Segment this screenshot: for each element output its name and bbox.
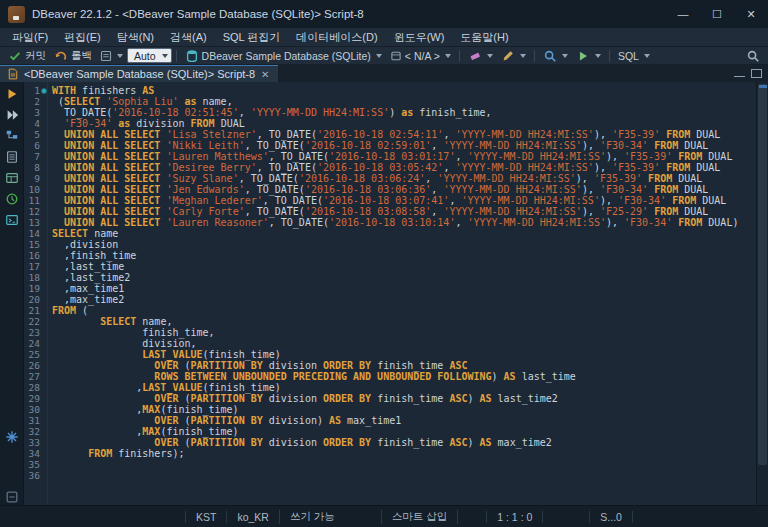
line-number[interactable]: 1	[24, 85, 47, 96]
code-line[interactable]: ,MAX(finish_time)	[52, 426, 756, 437]
code-line[interactable]: LAST_VALUE(finish_time)	[52, 349, 756, 360]
maximize-view-icon[interactable]	[751, 69, 762, 78]
line-number[interactable]: 14	[24, 228, 47, 239]
code-line[interactable]: (SELECT 'Sophia Liu' as name,	[52, 96, 756, 107]
code-line[interactable]: ,last_time	[52, 261, 756, 272]
code-line[interactable]: SELECT name,	[52, 316, 756, 327]
code-line[interactable]: FROM finishers);	[52, 448, 756, 459]
edit-value-button[interactable]	[497, 48, 530, 64]
line-number[interactable]: 31	[24, 415, 47, 426]
line-number[interactable]: 4	[24, 118, 47, 129]
code-line[interactable]: ROWS BETWEEN UNBOUNDED PRECEDING AND UNB…	[52, 371, 756, 382]
maximize-button[interactable]: ☐	[700, 0, 734, 28]
code-line[interactable]: OVER (PARTITION BY division ORDER BY fin…	[52, 393, 756, 404]
menu-file[interactable]: 파일(F)	[4, 29, 56, 46]
code-line[interactable]: UNION ALL SELECT 'Lauren Reasoner', TO_D…	[52, 217, 756, 228]
line-number[interactable]: 26	[24, 360, 47, 371]
line-number[interactable]: 27	[24, 371, 47, 382]
line-number[interactable]: 8	[24, 162, 47, 173]
code-line[interactable]: ,max_time2	[52, 294, 756, 305]
server-output-icon[interactable]	[4, 489, 20, 505]
status-insert-mode[interactable]: 스마트 삽입	[381, 510, 458, 524]
code-lines[interactable]: WITH finishers AS (SELECT 'Sophia Liu' a…	[48, 82, 756, 505]
rollback-button[interactable]: 롤백	[50, 48, 96, 64]
menu-window[interactable]: 윈도우(W)	[386, 29, 453, 46]
line-number[interactable]: 7	[24, 151, 47, 162]
code-line[interactable]: UNION ALL SELECT 'Nikki Leith', TO_DATE(…	[52, 140, 756, 151]
code-line[interactable]: FROM (	[52, 305, 756, 316]
background-tasks-icon[interactable]	[4, 429, 20, 445]
output-console-icon[interactable]	[4, 212, 20, 228]
line-number[interactable]: 13	[24, 217, 47, 228]
toolbar-search-button[interactable]	[742, 48, 764, 64]
code-line[interactable]: SELECT name	[52, 228, 756, 239]
line-number[interactable]: 25	[24, 349, 47, 360]
line-number[interactable]: 17	[24, 261, 47, 272]
line-number[interactable]: 22	[24, 316, 47, 327]
sql-mode-dropdown[interactable]: SQL	[614, 48, 654, 64]
execute-button[interactable]	[572, 48, 605, 64]
menu-edit[interactable]: 편집(E)	[56, 29, 109, 46]
code-line[interactable]: ,max_time1	[52, 283, 756, 294]
vertical-scrollbar[interactable]	[756, 82, 768, 505]
line-number[interactable]: 18	[24, 272, 47, 283]
line-number[interactable]: 9	[24, 173, 47, 184]
code-line[interactable]: ,division	[52, 239, 756, 250]
code-line[interactable]: UNION ALL SELECT 'Lauren Matthews', TO_D…	[52, 151, 756, 162]
code-line[interactable]: WITH finishers AS	[52, 85, 756, 96]
line-number[interactable]: 29	[24, 393, 47, 404]
code-line[interactable]: division,	[52, 338, 756, 349]
line-number[interactable]: 16	[24, 250, 47, 261]
minimize-view-icon[interactable]	[734, 76, 745, 77]
code-line[interactable]: UNION ALL SELECT 'Lisa Stelzner', TO_DAT…	[52, 129, 756, 140]
line-number[interactable]: 20	[24, 294, 47, 305]
line-number[interactable]: 19	[24, 283, 47, 294]
line-number[interactable]: 11	[24, 195, 47, 206]
line-number[interactable]: 23	[24, 327, 47, 338]
code-line[interactable]: ,LAST_VALUE(finish_time)	[52, 382, 756, 393]
line-number[interactable]: 12	[24, 206, 47, 217]
sql-assist-button[interactable]	[539, 48, 572, 64]
line-number[interactable]: 5	[24, 129, 47, 140]
menu-help[interactable]: 도움말(H)	[452, 29, 516, 46]
line-number[interactable]: 6	[24, 140, 47, 151]
commit-button[interactable]: 커밋	[4, 48, 50, 64]
open-query-log-icon[interactable]	[4, 191, 20, 207]
status-caret-position[interactable]: 1 : 1 : 0	[486, 511, 543, 523]
line-number[interactable]: 32	[24, 426, 47, 437]
close-button[interactable]: ✕	[734, 0, 768, 28]
clear-button[interactable]	[464, 48, 497, 64]
menu-database[interactable]: 데이터베이스(D)	[288, 29, 385, 46]
code-line[interactable]: OVER (PARTITION BY division ORDER BY fin…	[52, 437, 756, 448]
code-line[interactable]: TO_DATE('2016-10-18 02:51:45', 'YYYY-MM-…	[52, 107, 756, 118]
scrollbar-thumb[interactable]	[758, 84, 767, 465]
line-number[interactable]: 35	[24, 459, 47, 470]
status-write-mode[interactable]: 쓰기 가능	[279, 510, 345, 524]
menu-navigate[interactable]: 탐색(N)	[109, 29, 162, 46]
menu-search[interactable]: 검색(A)	[162, 29, 215, 46]
code-line[interactable]: ,finish_time	[52, 250, 756, 261]
execute-statement-icon[interactable]	[4, 86, 20, 102]
code-line[interactable]: UNION ALL SELECT 'Carly Forte', TO_DATE(…	[52, 206, 756, 217]
code-line[interactable]	[52, 459, 756, 470]
code-line[interactable]: ,MAX(finish_time)	[52, 404, 756, 415]
line-number[interactable]: 30	[24, 404, 47, 415]
code-line[interactable]: UNION ALL SELECT 'Meghan Lederer', TO_DA…	[52, 195, 756, 206]
transaction-log-dropdown[interactable]	[96, 48, 127, 64]
tab-close-icon[interactable]: ✕	[260, 69, 270, 80]
code-line[interactable]: OVER (PARTITION BY division) AS max_time…	[52, 415, 756, 426]
line-number[interactable]: 10	[24, 184, 47, 195]
line-number[interactable]: 24	[24, 338, 47, 349]
connection-select[interactable]: DBeaver Sample Database (SQLite)	[181, 48, 386, 64]
autocommit-select[interactable]: Auto	[127, 48, 172, 63]
explain-plan-icon[interactable]	[4, 128, 20, 144]
line-number[interactable]: 28	[24, 382, 47, 393]
execute-script-icon[interactable]	[4, 107, 20, 123]
code-line[interactable]: UNION ALL SELECT 'Desiree Berry', TO_DAT…	[52, 162, 756, 173]
code-line[interactable]: 'F30-34' as division FROM DUAL	[52, 118, 756, 129]
line-number[interactable]: 2	[24, 96, 47, 107]
code-line[interactable]: ,last_time2	[52, 272, 756, 283]
line-number[interactable]: 36	[24, 470, 47, 481]
load-plan-icon[interactable]	[4, 149, 20, 165]
line-number[interactable]: 21	[24, 305, 47, 316]
